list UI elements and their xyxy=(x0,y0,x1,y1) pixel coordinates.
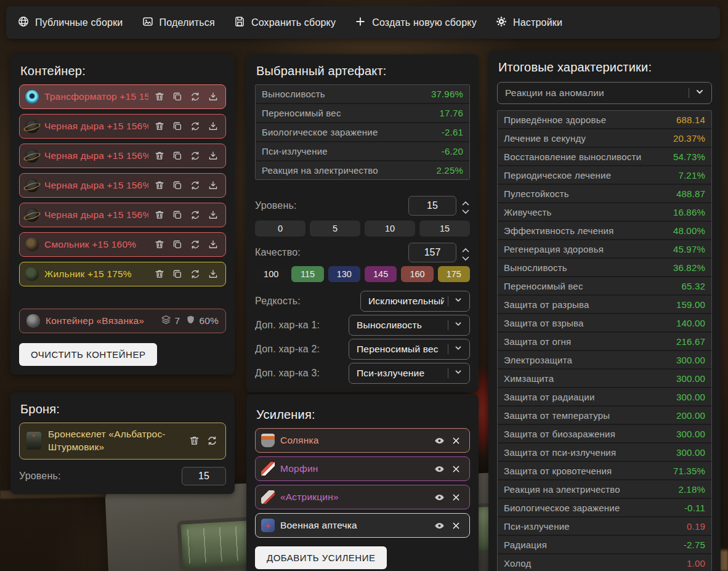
artifact-actions xyxy=(154,91,220,103)
container-artifact-item[interactable]: Черная дыра +15 156% xyxy=(19,203,226,227)
delete-artifact-button[interactable] xyxy=(154,120,166,132)
container-artifact-item[interactable]: Черная дыра +15 156% xyxy=(19,144,226,168)
total-stat-row: Холод 1.00 xyxy=(498,554,711,571)
gear-icon xyxy=(495,15,508,30)
stat-value: -0.11 xyxy=(684,503,705,513)
container-artifact-item[interactable]: Жильник +15 175% xyxy=(19,262,226,286)
toggle-boost-visibility-button[interactable] xyxy=(434,519,446,532)
quality-preset-button[interactable]: 115 xyxy=(291,266,323,282)
quality-preset-button[interactable]: 100 xyxy=(255,266,287,282)
stat-value: 2.25% xyxy=(436,165,463,176)
remove-boost-button[interactable] xyxy=(451,463,464,475)
export-artifact-button[interactable] xyxy=(208,150,220,162)
extra-stat-select[interactable]: Переносимый вес xyxy=(349,339,470,360)
container-artifact-item[interactable]: Трансформатор +15 157% xyxy=(19,84,226,109)
add-boost-button[interactable]: ДОБАВИТЬ УСИЛЕНИЕ xyxy=(255,546,387,569)
stat-label: Защита от пси-излучения xyxy=(504,447,616,458)
duplicate-artifact-button[interactable] xyxy=(172,179,184,192)
armor-level-input[interactable] xyxy=(182,467,226,485)
extra-stat-select[interactable]: Выносливость xyxy=(349,315,470,336)
clear-container-button[interactable]: ОЧИСТИТЬ КОНТЕЙНЕР xyxy=(19,343,157,366)
delete-artifact-button[interactable] xyxy=(154,268,166,280)
total-stat-row: Пулестойкость 488.87 xyxy=(498,185,711,203)
level-decrement-button[interactable] xyxy=(461,207,470,213)
duplicate-artifact-button[interactable] xyxy=(172,238,184,251)
level-preset-button[interactable]: 10 xyxy=(365,221,415,237)
artifact-level-input[interactable] xyxy=(408,196,456,216)
reroll-artifact-button[interactable] xyxy=(190,238,202,251)
reroll-artifact-button[interactable] xyxy=(190,179,202,192)
export-artifact-button[interactable] xyxy=(208,91,220,103)
totals-filter-select[interactable]: Реакции на аномалии xyxy=(497,82,712,104)
boost-item[interactable]: Солянка xyxy=(255,428,470,453)
delete-artifact-button[interactable] xyxy=(154,209,166,221)
artifact-quality-input[interactable] xyxy=(408,243,456,262)
level-preset-button[interactable]: 0 xyxy=(255,221,305,237)
export-artifact-button[interactable] xyxy=(208,268,220,280)
duplicate-artifact-button[interactable] xyxy=(172,120,184,132)
quality-preset-button[interactable]: 130 xyxy=(328,266,360,282)
export-artifact-button[interactable] xyxy=(208,120,220,132)
extra-stat-value: Пси-излучение xyxy=(357,368,444,379)
armor-item[interactable]: Бронескелет «Альбатрос-Штурмовик» xyxy=(19,423,226,460)
quality-preset-button[interactable]: 145 xyxy=(365,266,397,282)
container-artifact-item[interactable]: Черная дыра +15 156% xyxy=(19,173,226,198)
duplicate-artifact-button[interactable] xyxy=(172,268,184,280)
export-artifact-button[interactable] xyxy=(208,209,220,221)
level-increment-button[interactable] xyxy=(461,199,470,205)
export-artifact-button[interactable] xyxy=(208,179,220,192)
reroll-artifact-button[interactable] xyxy=(190,268,202,280)
reroll-artifact-button[interactable] xyxy=(190,120,202,132)
boost-label: «Астрикцин» xyxy=(280,492,428,503)
toggle-boost-visibility-button[interactable] xyxy=(434,491,446,503)
quality-decrement-button[interactable] xyxy=(461,254,470,259)
toggle-boost-visibility-button[interactable] xyxy=(434,463,446,475)
new-build-button[interactable]: Создать новую сборку xyxy=(354,15,477,30)
reroll-artifact-button[interactable] xyxy=(190,91,202,103)
extra-stat-select[interactable]: Пси-излучение xyxy=(349,363,470,384)
toggle-boost-visibility-button[interactable] xyxy=(434,434,446,447)
boost-item[interactable]: Военная аптечка xyxy=(255,513,470,538)
save-build-button[interactable]: Сохранить сборку xyxy=(233,15,336,30)
share-button[interactable]: Поделиться xyxy=(142,15,215,30)
boost-item[interactable]: Морфин xyxy=(255,456,470,481)
quality-preset-button[interactable]: 175 xyxy=(438,266,470,282)
reroll-armor-button[interactable] xyxy=(206,435,219,447)
quality-increment-button[interactable] xyxy=(461,246,470,251)
remove-boost-button[interactable] xyxy=(451,519,464,532)
remove-boost-button[interactable] xyxy=(451,434,464,447)
export-artifact-button[interactable] xyxy=(208,238,220,251)
container-artifact-item[interactable]: Смольник +15 160% xyxy=(19,232,226,257)
container-info[interactable]: Контейнер «Вязанка» 7 60% xyxy=(19,309,226,333)
boost-item[interactable]: «Астрикцин» xyxy=(255,485,470,509)
container-artifact-item[interactable]: Черная дыра +15 156% xyxy=(19,114,226,139)
duplicate-artifact-button[interactable] xyxy=(172,150,184,162)
duplicate-artifact-button[interactable] xyxy=(172,91,184,103)
rarity-select[interactable]: Исключительный xyxy=(360,291,470,312)
delete-artifact-button[interactable] xyxy=(154,179,166,192)
settings-button[interactable]: Настройки xyxy=(495,15,562,30)
total-stat-row: Лечение в секунду 20.37% xyxy=(498,129,711,148)
stat-value: 300.00 xyxy=(676,429,705,439)
boost-label: Морфин xyxy=(280,463,428,474)
level-preset-button[interactable]: 15 xyxy=(419,221,470,237)
stat-value: 2.18% xyxy=(678,484,705,495)
reroll-artifact-button[interactable] xyxy=(190,209,202,221)
reroll-artifact-button[interactable] xyxy=(190,150,202,162)
public-builds-button[interactable]: Публичные сборки xyxy=(17,15,123,30)
stat-label: Пулестойкость xyxy=(504,188,569,199)
chevron-down-icon xyxy=(453,294,464,308)
delete-artifact-button[interactable] xyxy=(154,150,166,162)
extra-stat-row: Доп. хар-ка 1: Выносливость xyxy=(255,315,470,336)
boost-label: Солянка xyxy=(280,435,428,446)
level-preset-button[interactable]: 5 xyxy=(310,221,360,237)
delete-artifact-button[interactable] xyxy=(154,238,166,251)
delete-armor-button[interactable] xyxy=(188,435,201,447)
stat-label: Реакция на электричество xyxy=(504,484,620,495)
stat-value: 300.00 xyxy=(676,447,705,458)
delete-artifact-button[interactable] xyxy=(154,91,166,103)
quality-preset-button[interactable]: 160 xyxy=(401,266,433,282)
duplicate-artifact-button[interactable] xyxy=(172,209,184,221)
artifact-actions xyxy=(154,179,220,192)
remove-boost-button[interactable] xyxy=(451,491,464,503)
